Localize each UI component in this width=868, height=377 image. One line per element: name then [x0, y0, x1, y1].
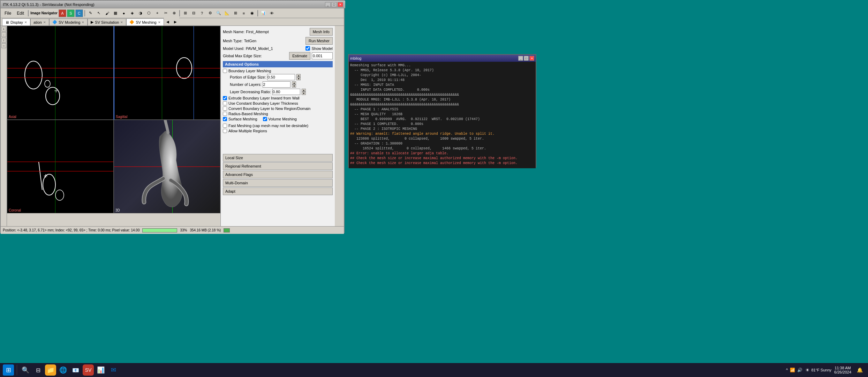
outlook-btn[interactable]: ✉: [108, 364, 119, 376]
pointer-tool-btn[interactable]: ↖: [95, 9, 103, 17]
settings-btn[interactable]: ⊟: [190, 9, 197, 17]
layer-dec-input[interactable]: [272, 89, 300, 95]
cursor-tool-btn[interactable]: ✎: [86, 9, 94, 17]
tab-ation[interactable]: ation ✕: [30, 19, 49, 25]
portion-edge-input[interactable]: [267, 74, 295, 80]
num-layers-down[interactable]: ▼: [292, 84, 296, 88]
notification-btn[interactable]: 🔔: [854, 364, 865, 376]
taskbar-time-widget[interactable]: 11:38 AM 6/26/2024: [834, 366, 851, 374]
simvascular-taskbar-btn[interactable]: SV: [83, 364, 94, 376]
log-minimize-btn[interactable]: _: [518, 56, 523, 61]
search-taskbar-btn[interactable]: 🔍: [20, 364, 31, 376]
volume-meshing-checkbox[interactable]: [263, 117, 267, 121]
tab-prev-btn[interactable]: ◀: [164, 18, 172, 25]
paint-tool-btn[interactable]: 🖌: [103, 9, 111, 17]
maximize-button[interactable]: □: [331, 2, 337, 7]
tray-icon-1[interactable]: ^: [786, 368, 788, 372]
wifi-icon[interactable]: 📶: [790, 368, 795, 372]
extrude-checkbox[interactable]: [223, 96, 227, 100]
color-tool-btn[interactable]: ●: [120, 9, 128, 17]
nav-c-button[interactable]: C: [75, 9, 83, 17]
log-close-btn[interactable]: ✕: [529, 56, 534, 61]
eye-btn[interactable]: 👁: [268, 9, 276, 17]
tab-meshing-close[interactable]: ✕: [158, 21, 161, 24]
tab-display[interactable]: 🖥 Display ✕: [2, 19, 30, 25]
chart-btn[interactable]: 📊: [259, 9, 267, 17]
viewport-axial[interactable]: Axial: [7, 26, 114, 120]
measure-btn[interactable]: 📐: [223, 9, 231, 17]
shape-tool-btn[interactable]: ◈: [128, 9, 136, 17]
constant-bl-checkbox[interactable]: [223, 101, 227, 105]
window-btn[interactable]: ⊞: [181, 9, 189, 17]
image-navigator-btn[interactable]: Image Navigator: [30, 9, 58, 17]
nav-a-button[interactable]: A: [59, 9, 66, 17]
radius-based-checkbox[interactable]: [223, 112, 227, 116]
task-view-btn[interactable]: ⊟: [32, 364, 44, 376]
config-btn[interactable]: ⚙: [206, 9, 214, 17]
boundary-layer-checkbox[interactable]: [223, 69, 227, 73]
tab-display-close[interactable]: ✕: [24, 21, 27, 24]
num-layers-input[interactable]: [263, 81, 290, 88]
start-button[interactable]: ⊞: [3, 364, 14, 376]
app-btn-2[interactable]: 📊: [95, 364, 106, 376]
viewport-sagittal[interactable]: Sagittal: [114, 26, 220, 120]
file-menu[interactable]: File: [2, 9, 14, 17]
portion-edge-down[interactable]: ▼: [296, 77, 301, 80]
allow-multiple-checkbox[interactable]: [223, 129, 227, 133]
file-explorer-btn[interactable]: 📁: [45, 364, 56, 376]
volume-icon[interactable]: 🔊: [797, 368, 802, 372]
chrome-btn[interactable]: 🌐: [58, 364, 69, 376]
side-btn-2[interactable]: -: [1, 32, 6, 37]
fast-meshing-checkbox[interactable]: [223, 124, 227, 128]
convert-bl-checkbox[interactable]: [223, 106, 227, 111]
advanced-flags-button[interactable]: Advanced Flags: [223, 171, 333, 178]
tab-sv-meshing[interactable]: 🔶 SV Meshing ✕: [126, 19, 164, 25]
side-btn-3[interactable]: ↕: [1, 38, 6, 43]
layer-dec-down[interactable]: ▼: [302, 92, 306, 95]
viewport-3d[interactable]: 3D: [114, 120, 220, 214]
tab-ation-close[interactable]: ✕: [43, 21, 46, 24]
texture-tool-btn[interactable]: ▦: [112, 9, 119, 17]
layer-dec-up[interactable]: ▲: [302, 89, 306, 92]
radius-based-label: Radius-Based Meshing: [228, 112, 268, 116]
minimize-button[interactable]: _: [325, 2, 331, 7]
log-maximize-btn[interactable]: □: [524, 56, 529, 61]
tab-next-btn[interactable]: ▶: [172, 18, 179, 25]
num-layers-up[interactable]: ▲: [292, 81, 296, 84]
regional-refinement-button[interactable]: Regional Refinement: [223, 162, 333, 170]
side-btn-4[interactable]: ↔: [1, 43, 6, 48]
path-tool-btn[interactable]: ✂: [162, 9, 169, 17]
portion-edge-up[interactable]: ▲: [296, 74, 301, 77]
tools-btn-3[interactable]: ≡: [240, 9, 248, 17]
side-btn-1[interactable]: +: [1, 27, 6, 31]
adapt-button[interactable]: Adapt: [223, 187, 333, 195]
mask-tool-btn[interactable]: ◑: [137, 9, 144, 17]
toolbar-separator-4: [257, 10, 258, 16]
help-btn[interactable]: ?: [198, 9, 206, 17]
tools-btn-4[interactable]: ◉: [248, 9, 256, 17]
multi-domain-button[interactable]: Multi-Domain: [223, 179, 333, 187]
edge-size-input[interactable]: [312, 52, 333, 59]
tab-sv-simulation[interactable]: ▶ SV Simulation ✕: [88, 19, 126, 25]
zoom-btn[interactable]: 🔍: [215, 9, 222, 17]
region-tool-btn[interactable]: ⬡: [145, 9, 153, 17]
tab-simulation-close[interactable]: ✕: [120, 21, 123, 24]
mesh-info-button[interactable]: Mesh Info: [310, 28, 333, 36]
show-model-checkbox[interactable]: [305, 46, 310, 51]
edit-menu[interactable]: Edit: [14, 9, 27, 17]
surface-meshing-checkbox[interactable]: [223, 117, 227, 121]
estimate-button[interactable]: Estimate: [289, 52, 310, 60]
run-mesher-button[interactable]: Run Mesher: [305, 37, 333, 45]
tools-btn-2[interactable]: ⊞: [232, 9, 239, 17]
tab-sv-modeling[interactable]: 🔷 SV Modeling ✕: [49, 19, 88, 25]
eraser-tool-btn[interactable]: ⊗: [170, 9, 178, 17]
local-size-button[interactable]: Local Size: [223, 154, 333, 162]
tab-modeling-close[interactable]: ✕: [82, 21, 84, 24]
viewport-coronal[interactable]: Coronal: [7, 120, 114, 214]
search-taskbar-icon: 🔍: [22, 366, 29, 374]
close-button[interactable]: ✕: [338, 2, 343, 7]
contour-tool-btn[interactable]: ⌖: [153, 9, 161, 17]
nav-s-button[interactable]: S: [67, 9, 75, 17]
tab-modeling-icon: 🔷: [52, 20, 57, 24]
app-btn-1[interactable]: 📧: [70, 364, 81, 376]
